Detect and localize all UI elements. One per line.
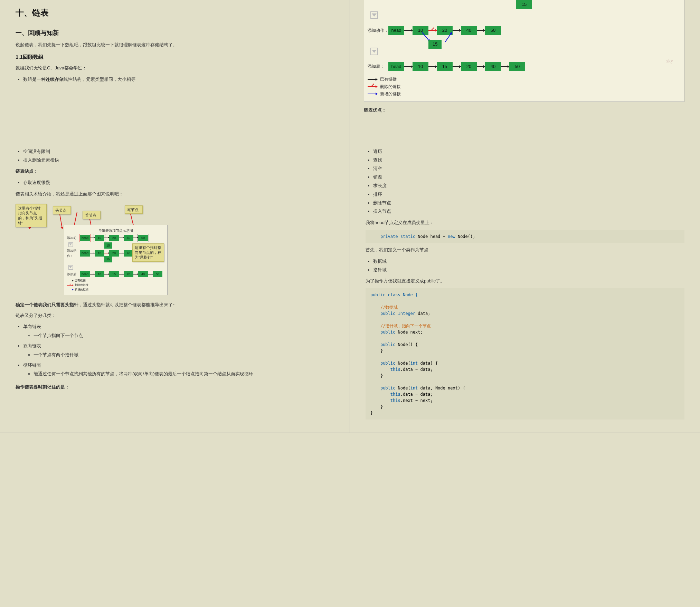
node: 20 — [124, 271, 133, 277]
code-block-node-class: public class Node { //数据域 public Integer… — [366, 288, 684, 420]
node-head: head — [80, 250, 90, 256]
advantages-title: 链表优点： — [364, 107, 684, 114]
node: 20 — [109, 235, 119, 241]
node: 40 — [124, 250, 133, 256]
node-15-inserted: 15 — [428, 40, 442, 49]
heading-h1: 十、链表 — [16, 3, 334, 23]
list-item: 空间没有限制 — [23, 147, 334, 156]
text: ，通过头指针就可以把整个链表都能推导出来了~ — [78, 302, 176, 307]
advantages-list: 空间没有限制 插入删除元素很快 — [23, 147, 334, 165]
node-40: 40 — [485, 62, 501, 71]
heading-h2: 一、回顾与知新 — [16, 28, 334, 38]
row-label: 添加后： — [368, 63, 388, 70]
legend-label: 新增的链接 — [75, 288, 88, 292]
arrow-icon — [119, 253, 124, 253]
list-fields: 数据域 指针域 — [373, 257, 684, 274]
list-item: 插入节点 — [373, 207, 684, 216]
node: 10 — [95, 235, 104, 241]
text: 数组是一种 — [23, 77, 46, 82]
list-item: 清空 — [373, 164, 684, 173]
list-operations: 遍历 查找 清空 销毁 求长度 排序 删除节点 插入节点 — [373, 147, 684, 216]
node: 50 — [153, 271, 162, 277]
node: 50 — [138, 235, 148, 241]
text: 循环链表 — [23, 363, 41, 368]
list-item: 能通过任何一个节点找到其他所有的节点，将两种(双向/单向)链表的最后一个结点指向… — [34, 370, 334, 378]
node-head: head — [388, 62, 404, 71]
arrow-icon — [119, 238, 124, 238]
cell-bottom-right: 遍历 查找 清空 销毁 求长度 排序 删除节点 插入节点 我将head节点定义在… — [350, 128, 700, 433]
legend-arrow-existing — [67, 281, 73, 281]
down-arrow-icon — [370, 48, 378, 55]
legend-label: 新增的链接 — [380, 91, 401, 97]
disadvantages-list: 存取速度很慢 — [23, 179, 334, 187]
arrow-icon — [148, 274, 153, 274]
text: 线性结构，元素类型相同，大小相等 — [64, 77, 135, 82]
legend-arrow-removed — [368, 86, 377, 87]
paragraph: 确定一个链表我们只需要头指针，通过头指针就可以把整个链表都能推导出来了~ — [16, 301, 334, 309]
down-arrow-icon — [68, 265, 73, 270]
disadvantages-title: 链表缺点： — [16, 168, 334, 175]
node-15: 15 — [104, 242, 112, 249]
node-10: 10 — [413, 26, 428, 35]
arrow-icon — [90, 274, 95, 274]
list-item: 查找 — [373, 156, 684, 165]
node-15: 15 — [437, 62, 453, 71]
removed-arrow-icon — [104, 253, 109, 253]
node-head: head — [80, 235, 90, 241]
row-label: 添加后： — [67, 272, 80, 277]
diagram-row-after-add: sky 添加后： head 10 15 20 40 50 — [368, 62, 681, 71]
arrow-icon — [90, 253, 95, 253]
arrow-icon — [119, 274, 124, 274]
list-item: 数组是一种连续存储线性结构，元素类型相同，大小相等 — [23, 75, 334, 84]
list-item: 一个节点指向下一个节点 — [34, 331, 334, 340]
node: 40 — [138, 271, 148, 277]
row-label: 添加前： — [67, 235, 80, 240]
diagram-row: 添加前： head 10 20 40 50 15 — [67, 235, 164, 241]
list-item: 删除节点 — [373, 199, 684, 208]
annotation-tail-node: 尾节点 — [125, 205, 143, 214]
node-head: head — [388, 26, 404, 35]
bold-text: 连续存储 — [46, 77, 64, 82]
list-item: 数据域 — [373, 257, 684, 266]
arrow-icon — [133, 238, 138, 238]
annotation-head-pointer: 这里有个指针指向头节点的，称为"头指针" — [16, 204, 47, 227]
list-item: 指针域 — [373, 266, 684, 274]
annotation-tail-pointer: 这里有个指针指向尾节点的，称为"尾指针" — [132, 243, 164, 262]
arrow-icon — [477, 30, 485, 31]
arrow-icon — [501, 66, 509, 67]
node: 40 — [124, 235, 133, 241]
diagram-legend: 已有链接 删除的链接 新增的链接 — [368, 76, 681, 97]
legend-label: 删除的链接 — [75, 283, 88, 288]
node-50: 50 — [485, 26, 501, 35]
list-item: 单向链表 一个节点指向下一个节点 — [23, 322, 334, 342]
legend-arrow-new — [67, 290, 73, 290]
list-item: 插入删除元素很快 — [23, 156, 334, 165]
list-item: 遍历 — [373, 147, 684, 156]
arrow-icon — [428, 66, 437, 67]
cell-bottom-left: 空间没有限制 插入删除元素很快 链表缺点： 存取速度很慢 链表相关术语介绍，我还… — [0, 128, 350, 433]
removed-arrow-icon — [428, 30, 437, 31]
legend-label: 删除的链接 — [380, 84, 401, 90]
legend-label: 已有链接 — [75, 279, 86, 283]
node: 15 — [109, 271, 119, 277]
code-block-head-member: private static Node head = new Node(); — [366, 230, 684, 243]
text: 双向链表 — [23, 343, 41, 348]
list-item: 循环链表 能通过任何一个节点找到其他所有的节点，将两种(双向/单向)链表的最后一… — [23, 361, 334, 380]
list: 数组是一种连续存储线性结构，元素类型相同，大小相等 — [23, 75, 334, 84]
arrow-icon — [453, 30, 461, 31]
down-arrow-icon — [370, 11, 378, 19]
paragraph: 说起链表，我们先提一下数组吧，跟数组比较一下就很理解链表这种存储结构了。 — [16, 41, 334, 49]
arrow-icon — [404, 30, 413, 31]
diagram-row-add-action: 添加动作： head 10 20 40 50 15 — [368, 26, 681, 35]
diagram-title: 单链表添加节点示意图 — [67, 228, 164, 233]
diagram-legend: 已有链接 删除的链接 新增的链接 — [67, 279, 164, 292]
down-arrow-icon — [68, 242, 73, 247]
list-item: 排序 — [373, 190, 684, 199]
node: 10 — [95, 271, 104, 277]
node-20: 20 — [461, 62, 477, 71]
node-10: 10 — [413, 62, 428, 71]
node-50: 50 — [509, 62, 525, 71]
node-40: 40 — [461, 26, 477, 35]
paragraph: 链表又分了好几类： — [16, 312, 334, 319]
arrow-icon — [133, 274, 138, 274]
